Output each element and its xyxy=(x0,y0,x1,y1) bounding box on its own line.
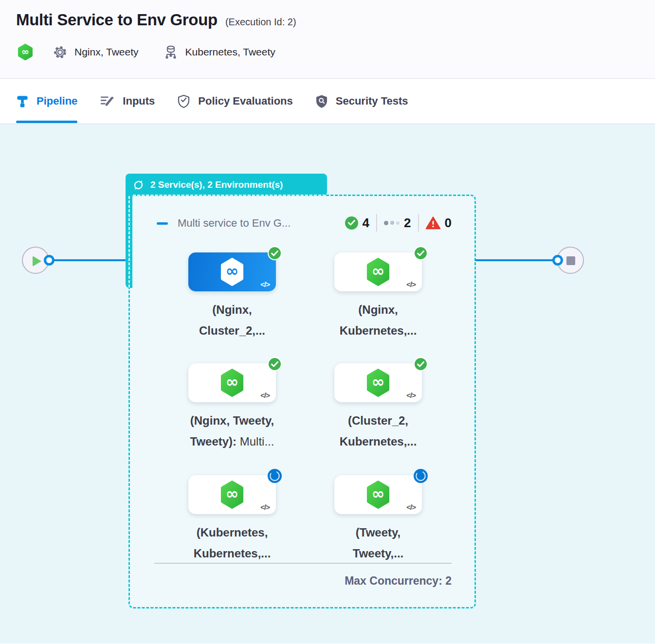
status-queued-icon xyxy=(414,469,428,483)
svg-text:∞: ∞ xyxy=(372,373,385,391)
collapse-toggle[interactable] xyxy=(157,222,168,225)
matrix-node-card-4[interactable]: ∞ </> xyxy=(334,363,422,402)
code-icon: </> xyxy=(260,280,270,288)
pipeline-execution-screen: Multi Service to Env Group (Execution Id… xyxy=(0,0,655,644)
tabbar: Pipeline Inputs Policy Evaluati xyxy=(0,79,655,124)
matrix-node-card-5[interactable]: ∞ </> xyxy=(188,475,276,514)
service-hexagon-icon: ∞ xyxy=(364,480,392,509)
tab-security-tests[interactable]: Security Tests xyxy=(315,79,408,124)
matrix-tail-dash xyxy=(128,196,130,287)
svg-text:∞: ∞ xyxy=(226,484,239,503)
matrix-node-card-6[interactable]: ∞ </> xyxy=(334,475,422,514)
max-concurrency-label: Max Concurrency: 2 xyxy=(154,574,452,588)
service-hexagon-icon: ∞ xyxy=(218,480,246,509)
play-icon xyxy=(33,256,41,267)
security-shield-icon xyxy=(315,94,328,108)
node-label-2: (Nginx,Kubernetes,... xyxy=(291,299,466,341)
svg-text:∞: ∞ xyxy=(226,373,239,391)
failed-count-icon xyxy=(426,216,440,230)
matrix-node-card-2[interactable]: ∞ </> xyxy=(334,252,422,291)
svg-text:∞: ∞ xyxy=(372,484,385,503)
status-counters: 4 2 0 xyxy=(345,213,452,233)
inputs-icon xyxy=(100,94,115,108)
matrix-node-card-1[interactable]: ∞ </> xyxy=(188,252,276,291)
policy-shield-icon xyxy=(177,94,190,108)
environments-label: Kubernetes, Tweety xyxy=(185,46,275,58)
stage-name[interactable]: Multi service to Env G... xyxy=(178,217,291,230)
code-icon: </> xyxy=(260,503,270,511)
matrix-badge[interactable]: 2 Service(s), 2 Environment(s) xyxy=(126,174,327,196)
loop-icon xyxy=(132,179,145,192)
page-title: Multi Service to Env Group xyxy=(16,11,218,29)
status-success-icon xyxy=(268,357,282,371)
services-gear-icon xyxy=(53,45,68,60)
active-tab-underline xyxy=(16,121,77,123)
edge-start-to-stage xyxy=(49,259,129,261)
start-port-connector xyxy=(44,255,55,266)
code-icon: </> xyxy=(260,391,270,399)
svg-text:∞: ∞ xyxy=(226,262,239,280)
execution-id: (Execution Id: 2) xyxy=(225,17,296,28)
running-count-icon xyxy=(384,221,400,225)
service-hexagon-icon: ∞ xyxy=(218,257,246,286)
harness-cd-icon: ∞ xyxy=(18,44,33,60)
counter-divider xyxy=(376,214,377,232)
tab-pipeline-label: Pipeline xyxy=(36,95,77,107)
tab-inputs[interactable]: Inputs xyxy=(100,79,155,124)
pipeline-icon xyxy=(16,94,29,108)
matrix-footer-divider xyxy=(154,563,452,564)
pipeline-canvas: 2 Service(s), 2 Environment(s) Multi ser… xyxy=(0,124,655,644)
success-count: 4 xyxy=(363,215,369,231)
success-count-icon xyxy=(345,216,358,230)
matrix-badge-dash xyxy=(133,195,326,196)
failed-count: 0 xyxy=(445,215,452,231)
tab-policy-evaluations[interactable]: Policy Evaluations xyxy=(177,79,292,124)
tab-security-tests-label: Security Tests xyxy=(336,95,408,107)
title-row: Multi Service to Env Group (Execution Id… xyxy=(16,11,296,29)
node-label-6: (Tweety,Tweety,... xyxy=(291,522,466,564)
tab-policy-evaluations-label: Policy Evaluations xyxy=(198,95,292,107)
tab-pipeline[interactable]: Pipeline xyxy=(16,79,77,124)
execution-meta: ∞ Nginx, Tweety xyxy=(18,44,275,60)
status-queued-icon xyxy=(268,469,282,483)
end-port-connector xyxy=(552,255,563,266)
service-hexagon-icon: ∞ xyxy=(218,368,246,397)
code-icon: </> xyxy=(406,503,416,511)
execution-header: Multi Service to Env Group (Execution Id… xyxy=(0,0,655,79)
svg-text:∞: ∞ xyxy=(372,262,385,280)
service-hexagon-icon: ∞ xyxy=(364,257,392,286)
status-success-icon xyxy=(414,246,428,260)
code-icon: </> xyxy=(406,280,416,288)
node-label-4: (Cluster_2,Kubernetes,... xyxy=(291,410,466,452)
status-success-icon xyxy=(414,357,428,371)
tab-inputs-label: Inputs xyxy=(123,95,155,107)
svg-text:∞: ∞ xyxy=(21,46,29,57)
status-success-icon xyxy=(268,246,282,260)
stop-icon xyxy=(566,256,575,265)
environments-icon xyxy=(163,44,179,60)
matrix-badge-label: 2 Service(s), 2 Environment(s) xyxy=(150,179,283,190)
counter-divider xyxy=(418,214,419,232)
services-label: Nginx, Tweety xyxy=(74,46,139,58)
running-count: 2 xyxy=(404,215,411,231)
matrix-node-card-3[interactable]: ∞ </> xyxy=(188,363,276,402)
code-icon: </> xyxy=(406,391,416,399)
edge-stage-to-end xyxy=(475,259,557,261)
stage-header-row: Multi service to Env G... xyxy=(157,214,291,233)
service-hexagon-icon: ∞ xyxy=(364,368,392,397)
